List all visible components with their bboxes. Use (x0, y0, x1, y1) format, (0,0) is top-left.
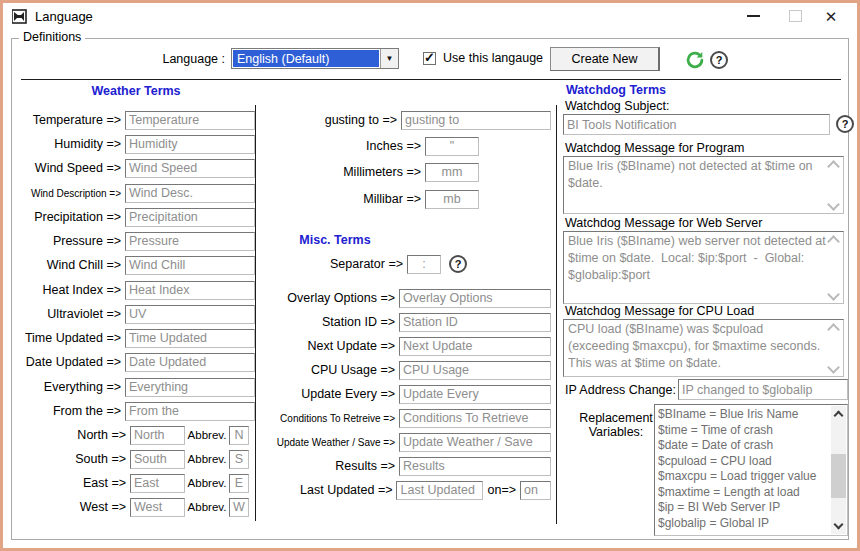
listbox-scrollbar[interactable] (831, 406, 846, 534)
field-row: Update Weather / Save => (259, 432, 551, 452)
north-abbrev-input[interactable] (229, 426, 249, 445)
scroll-down-icon[interactable] (834, 520, 844, 530)
field-label: CPU Usage => (259, 363, 395, 377)
variables-list: $BIname = Blue Iris Name $time = Time of… (658, 407, 829, 533)
field-row: CPU Usage => (259, 360, 551, 380)
column-divider-left (255, 105, 256, 521)
watchdog-subject-label: Watchdog Subject: (565, 99, 669, 113)
station-id-input[interactable] (399, 313, 551, 332)
results-input[interactable] (399, 457, 551, 476)
field-label: Station ID => (259, 315, 395, 329)
watchdog-terms-column: Watchdog Terms Watchdog Subject: ? Watch… (563, 3, 848, 548)
field-row: Millibar => (259, 189, 551, 209)
inches-input[interactable] (425, 137, 479, 156)
gusting-to-input[interactable] (401, 111, 551, 130)
everything-input[interactable] (125, 378, 255, 397)
watchdog-terms-title: Watchdog Terms (566, 83, 666, 97)
field-row: Ultraviolet => (17, 304, 255, 324)
conditions-to-retrieve-input[interactable] (399, 409, 551, 428)
millimeters-input[interactable] (425, 163, 479, 182)
south-input[interactable] (130, 450, 185, 469)
field-label: Wind Description => (17, 188, 121, 199)
watchdog-webserver-textarea[interactable] (564, 232, 843, 303)
field-row: Date Updated => (17, 352, 255, 372)
ip-address-change-input[interactable] (678, 379, 848, 400)
field-label: South => (17, 452, 126, 466)
wind-speed-input[interactable] (125, 159, 255, 178)
field-row: Millimeters => (259, 162, 551, 182)
field-label: Heat Index => (17, 283, 121, 297)
field-row: Precipitation => (17, 207, 255, 227)
field-row: Wind Speed => (17, 158, 255, 178)
field-label: Ultraviolet => (17, 307, 121, 321)
pressure-input[interactable] (125, 232, 255, 251)
watchdog-web-label: Watchdog Message for Web Server (565, 216, 762, 230)
field-label: Precipitation => (17, 210, 121, 224)
east-abbrev-input[interactable] (229, 474, 249, 493)
cpu-usage-input[interactable] (399, 361, 551, 380)
field-row: Wind Chill => (17, 255, 255, 275)
watchdog-web-message (563, 231, 844, 304)
west-input[interactable] (130, 498, 185, 517)
watchdog-program-label: Watchdog Message for Program (565, 141, 744, 155)
scrollbar-thumb[interactable] (831, 454, 846, 498)
field-label: Results => (259, 459, 395, 473)
field-label: Wind Chill => (17, 258, 121, 272)
precipitation-input[interactable] (125, 208, 255, 227)
field-label: North => (17, 428, 126, 442)
field-label: Update Weather / Save => (259, 437, 395, 448)
date-updated-input[interactable] (125, 353, 255, 372)
ip-address-change-row: IP Address Change: (565, 379, 848, 400)
field-label: Pressure => (17, 234, 121, 248)
field-label: Millibar => (259, 192, 421, 206)
direction-row: South => Abbrev. (17, 449, 255, 469)
ultraviolet-input[interactable] (125, 305, 255, 324)
south-abbrev-input[interactable] (229, 450, 249, 469)
last-updated-on-input[interactable] (520, 481, 551, 500)
watchdog-program-message (563, 156, 844, 214)
last-updated-input[interactable] (396, 481, 483, 500)
wind-chill-input[interactable] (125, 256, 255, 275)
field-label: Next Update => (259, 339, 395, 353)
field-label: Conditions To Retreive => (259, 413, 395, 424)
field-row: Everything => (17, 377, 255, 397)
separator-input[interactable] (407, 255, 441, 274)
overlay-options-input[interactable] (399, 289, 551, 308)
east-input[interactable] (130, 474, 185, 493)
separator-row: Separator => ? (259, 254, 551, 274)
abbrev-label: Abbrev. (185, 501, 229, 513)
wind-description-input[interactable] (125, 184, 255, 203)
field-label: East => (17, 476, 126, 490)
watchdog-program-textarea[interactable] (564, 157, 843, 213)
field-row: Overlay Options => (259, 288, 551, 308)
west-abbrev-input[interactable] (229, 498, 249, 517)
update-every-input[interactable] (399, 385, 551, 404)
scroll-up-icon[interactable] (834, 411, 844, 421)
north-input[interactable] (130, 426, 185, 445)
replacement-variables-label: Replacement Variables: (573, 411, 659, 439)
direction-row: North => Abbrev. (17, 425, 255, 445)
subject-help-icon[interactable]: ? (836, 115, 854, 133)
humidity-input[interactable] (125, 135, 255, 154)
weather-terms-column: Weather Terms Temperature => Humidity =>… (17, 3, 255, 548)
time-updated-input[interactable] (125, 329, 255, 348)
temperature-input[interactable] (125, 111, 255, 130)
millibar-input[interactable] (425, 190, 479, 209)
misc-terms-title: Misc. Terms (259, 233, 411, 247)
field-label: gusting to => (259, 113, 397, 127)
field-label: Millimeters => (259, 165, 421, 179)
watchdog-subject-input[interactable] (563, 114, 830, 135)
heat-index-input[interactable] (125, 281, 255, 300)
middle-terms-column: gusting to => Inches => Millimeters => M… (259, 3, 551, 548)
list-item: $BIname = Blue Iris Name (658, 407, 829, 423)
watchdog-cpu-textarea[interactable] (564, 320, 843, 376)
watchdog-cpu-label: Watchdog Message for CPU Load (565, 304, 754, 318)
direction-row: West => Abbrev. (17, 497, 255, 517)
last-updated-row: Last Updated => on=> (259, 480, 551, 500)
replacement-variables-listbox[interactable]: $BIname = Blue Iris Name $time = Time of… (654, 404, 848, 536)
separator-help-icon[interactable]: ? (449, 255, 467, 273)
update-weather-save-input[interactable] (399, 433, 551, 452)
next-update-input[interactable] (399, 337, 551, 356)
from-the-input[interactable] (125, 402, 255, 421)
watchdog-cpu-message (563, 319, 844, 377)
